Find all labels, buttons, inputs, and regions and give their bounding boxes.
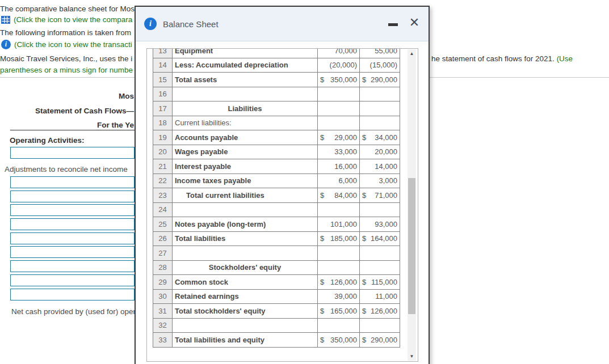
info-icon[interactable]: i bbox=[1, 40, 11, 49]
value-2020: $126,000 bbox=[360, 304, 400, 319]
amount: 20,000 bbox=[375, 147, 397, 156]
value-2020: $71,000 bbox=[360, 188, 400, 203]
comparative-link-label: (Click the icon to view the compara bbox=[14, 15, 132, 24]
value-2020: 93,000 bbox=[360, 217, 400, 232]
value-2021 bbox=[318, 87, 360, 101]
minimize-icon bbox=[388, 23, 398, 26]
table-row: 16 bbox=[153, 87, 400, 101]
balance-sheet-viewport: 13Equipment70,00055,00014Less: Accumulat… bbox=[146, 48, 418, 362]
adjustment-input-3[interactable] bbox=[10, 204, 135, 216]
amount: (15,000) bbox=[370, 61, 397, 69]
adjustment-input-9[interactable] bbox=[10, 289, 135, 300]
adjustment-input-4[interactable] bbox=[10, 218, 135, 230]
table-row: 31Total stockholders' equity$165,000$126… bbox=[153, 304, 400, 319]
row-number: 14 bbox=[153, 58, 173, 73]
row-label: Wages payable bbox=[173, 145, 318, 159]
close-button[interactable]: ✕ bbox=[408, 15, 421, 31]
row-number: 23 bbox=[153, 188, 173, 203]
row-label: Equipment bbox=[173, 48, 318, 58]
value-2021 bbox=[318, 202, 360, 217]
amount: 11,000 bbox=[375, 292, 397, 300]
dollar-sign: $ bbox=[320, 336, 324, 344]
value-2021 bbox=[318, 101, 360, 116]
amount: 29,000 bbox=[334, 133, 357, 142]
amount: 290,000 bbox=[371, 75, 397, 84]
row-number: 18 bbox=[153, 116, 173, 130]
net-cash-label: Net cash provided by (used for) opera bbox=[11, 307, 140, 316]
vertical-scrollbar[interactable]: ▲ ▼ bbox=[408, 49, 416, 361]
net-income-input[interactable] bbox=[10, 147, 135, 159]
row-label: Stockholders' equity bbox=[173, 260, 318, 275]
value-2020: $34,000 bbox=[360, 130, 400, 145]
amount: 115,000 bbox=[371, 278, 397, 286]
row-label: Interest payable bbox=[173, 159, 318, 174]
amount: 165,000 bbox=[330, 307, 357, 315]
table-row: 18Current liabilities: bbox=[153, 116, 400, 130]
dollar-sign: $ bbox=[320, 278, 324, 286]
table-row: 14Less: Accumulated depreciation(20,000)… bbox=[153, 58, 400, 73]
adjustment-input-6[interactable] bbox=[10, 246, 135, 258]
problem-text-line-3: Mosaic Travel Services, Inc., uses the i bbox=[0, 54, 132, 63]
table-row: 17Liabilities bbox=[153, 101, 400, 116]
table-row: 19Accounts payable$29,000$34,000 bbox=[153, 130, 400, 145]
row-label: Retained earnings bbox=[173, 289, 318, 304]
value-2020: (15,000) bbox=[360, 58, 400, 73]
table-row: 30Retained earnings39,00011,000 bbox=[153, 289, 400, 304]
value-2020: 14,000 bbox=[360, 159, 400, 174]
value-2020: $290,000 bbox=[360, 333, 400, 348]
dollar-sign: $ bbox=[320, 307, 324, 315]
adjustment-input-8[interactable] bbox=[10, 274, 135, 286]
amount: 84,000 bbox=[334, 191, 357, 200]
comparative-balance-sheet-link: (Click the icon to view the compara bbox=[1, 15, 132, 24]
minimize-button[interactable] bbox=[388, 20, 398, 28]
right-fragment-black: he statement of cash flows for 2021. bbox=[431, 54, 557, 63]
value-2020: $164,000 bbox=[360, 231, 400, 246]
dollar-sign: $ bbox=[320, 191, 324, 200]
row-number: 33 bbox=[153, 333, 173, 348]
table-row: 22Income taxes payable6,0003,000 bbox=[153, 173, 400, 188]
dollar-sign: $ bbox=[362, 234, 366, 243]
row-label: Accounts payable bbox=[173, 130, 318, 145]
scroll-up-icon[interactable]: ▲ bbox=[408, 49, 416, 58]
table-row: 24 bbox=[153, 202, 400, 217]
value-2020: 11,000 bbox=[360, 289, 400, 304]
amount: 14,000 bbox=[375, 162, 397, 171]
problem-text-line-4: parentheses or a minus sign for numbe bbox=[0, 66, 133, 74]
scrollbar-thumb[interactable] bbox=[408, 178, 415, 314]
row-number: 32 bbox=[153, 318, 173, 333]
row-label: Total assets bbox=[173, 73, 318, 87]
value-2021: (20,000) bbox=[318, 58, 360, 73]
table-grid-icon[interactable] bbox=[1, 16, 10, 24]
adjustment-input-1[interactable] bbox=[10, 176, 135, 188]
adjustment-input-7[interactable] bbox=[10, 260, 135, 272]
amount: (20,000) bbox=[330, 61, 357, 69]
statement-period: For the Ye bbox=[0, 121, 134, 129]
value-2020 bbox=[360, 260, 400, 275]
value-2021 bbox=[318, 318, 360, 333]
value-2020 bbox=[360, 101, 400, 116]
row-label bbox=[173, 202, 318, 217]
row-number: 26 bbox=[153, 231, 173, 246]
row-label bbox=[173, 87, 318, 101]
scroll-down-icon[interactable]: ▼ bbox=[408, 352, 416, 361]
dollar-sign: $ bbox=[362, 191, 366, 200]
row-label: Current liabilities: bbox=[173, 116, 318, 130]
row-number: 17 bbox=[153, 101, 173, 116]
row-number: 31 bbox=[153, 304, 173, 319]
row-label: Total liabilities bbox=[173, 231, 318, 246]
dialog-info-icon: i bbox=[144, 18, 157, 30]
balance-sheet-table-body: 13Equipment70,00055,00014Less: Accumulat… bbox=[153, 48, 400, 347]
right-fragment-green: (Use bbox=[557, 54, 573, 63]
value-2020: $115,000 bbox=[360, 275, 400, 290]
row-label: Income taxes payable bbox=[173, 173, 318, 188]
statement-title: Statement of Cash Flows— bbox=[0, 107, 134, 115]
value-2020: $290,000 bbox=[360, 73, 400, 87]
value-2021: $185,000 bbox=[318, 231, 360, 246]
table-row: 15Total assets$350,000$290,000 bbox=[153, 73, 400, 87]
amount: 126,000 bbox=[330, 278, 357, 286]
adjustment-input-5[interactable] bbox=[10, 232, 135, 244]
amount: 34,000 bbox=[375, 133, 397, 142]
row-label: Total current liabilities bbox=[173, 188, 318, 203]
adjustment-input-2[interactable] bbox=[10, 191, 135, 202]
value-2020: 55,000 bbox=[360, 48, 400, 58]
